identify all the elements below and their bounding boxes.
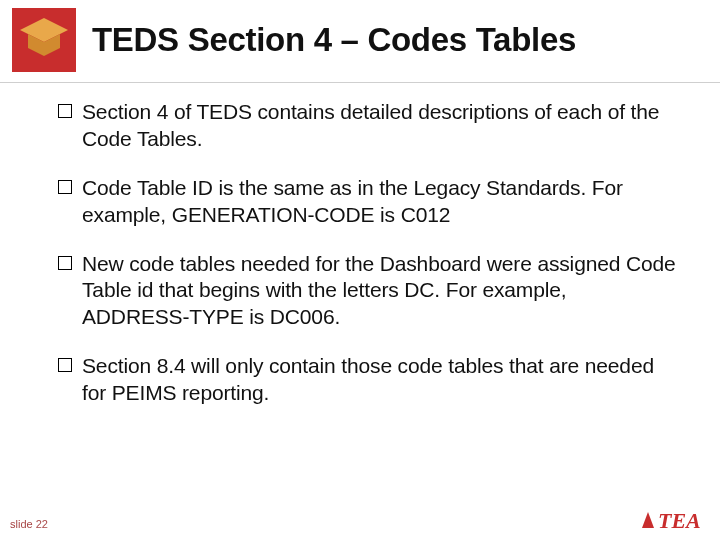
svg-marker-0 <box>20 18 68 42</box>
svg-marker-2 <box>642 512 654 528</box>
bullet-item: Section 8.4 will only contain those code… <box>58 353 676 407</box>
graduation-cap-icon <box>18 14 70 66</box>
slide-header: TEDS Section 4 – Codes Tables <box>0 0 720 76</box>
slide-title: TEDS Section 4 – Codes Tables <box>92 21 576 59</box>
tea-logo-text: TEA <box>658 508 701 533</box>
tea-logo: TEA <box>640 504 712 536</box>
bullet-item: Code Table ID is the same as in the Lega… <box>58 175 676 229</box>
slide-content: Section 4 of TEDS contains detailed desc… <box>0 83 720 407</box>
slide-number: slide 22 <box>10 518 48 530</box>
bullet-item: New code tables needed for the Dashboard… <box>58 251 676 332</box>
bullet-item: Section 4 of TEDS contains detailed desc… <box>58 99 676 153</box>
logo-badge <box>12 8 76 72</box>
